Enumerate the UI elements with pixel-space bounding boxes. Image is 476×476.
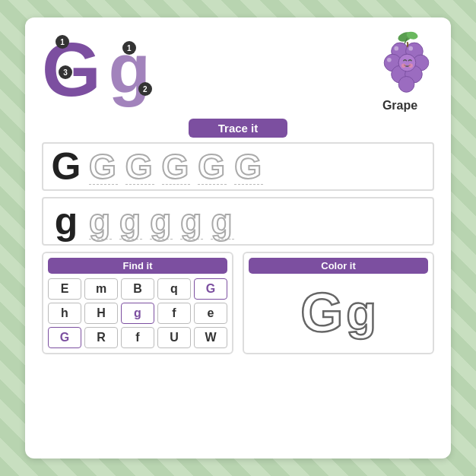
letter-cell-8[interactable]: f [157,303,191,324]
letter-cell-7[interactable]: g [121,303,154,324]
svg-point-12 [408,46,413,51]
trace-dot-g3[interactable]: g [150,204,173,240]
worksheet: G 1 3 g 1 2 [25,17,451,459]
fruit-label: Grape [382,99,417,113]
letters-area: G 1 3 g 1 2 [42,31,151,107]
letter-cell-3[interactable]: q [157,278,191,300]
letter-cell-10[interactable]: G [48,327,81,348]
small-letter-wrapper: g 1 2 [109,35,151,103]
trace-dot-g4[interactable]: g [180,204,203,240]
svg-point-11 [394,46,398,51]
trace-dot-g1[interactable]: g [89,204,112,240]
letter-cell-13[interactable]: U [157,327,191,348]
letter-cell-0[interactable]: E [48,278,81,300]
trace-dotted-lowercase: g g g g g [89,204,427,240]
letter-cell-4[interactable]: G [194,278,227,300]
letter-grid: EmBqGhHgfeGRfUW [48,278,227,348]
outline-letters: G g [300,285,376,340]
svg-point-13 [387,58,392,62]
trace-solid-g: g [49,202,83,240]
color-it-banner: Color it [249,258,428,274]
letter-cell-6[interactable]: H [84,303,118,324]
letter-cell-12[interactable]: f [121,327,154,348]
svg-point-15 [398,54,416,71]
bottom-section: Find it EmBqGhHgfeGRfUW Color it G g [42,252,434,354]
badge-1: 1 [56,35,69,49]
trace-dot-g5[interactable]: g [211,204,233,240]
letter-cell-11[interactable]: R [84,327,118,348]
svg-point-10 [398,77,414,93]
trace-row-uppercase: G G G G G G [42,142,434,191]
grape-area: Grape [366,31,434,113]
letter-cell-5[interactable]: h [48,303,81,324]
trace-row-lowercase: g g g g g g [42,197,434,246]
big-letter-wrapper: G 1 3 [42,31,101,107]
trace-dot-G5[interactable]: G [234,149,263,185]
trace-dot-g2[interactable]: g [119,204,142,240]
trace-dot-G4[interactable]: G [198,149,227,185]
letter-cell-9[interactable]: e [194,303,227,324]
find-it-box: Find it EmBqGhHgfeGRfUW [42,252,233,354]
top-section: G 1 3 g 1 2 [42,31,434,113]
trace-solid-G: G [49,148,83,186]
badge-g2: 2 [138,82,152,96]
letter-cell-2[interactable]: B [121,278,154,300]
letter-cell-14[interactable]: W [194,327,227,348]
color-it-box: Color it G g [243,252,434,354]
grape-illustration [366,31,434,96]
trace-it-banner: Trace it [189,119,287,138]
find-it-banner: Find it [48,258,227,274]
svg-point-17 [408,64,413,68]
badge-3: 3 [59,65,72,79]
color-it-content: G g [249,278,428,346]
trace-dot-G2[interactable]: G [125,149,154,185]
badge-g1: 1 [122,41,136,55]
trace-dot-G3[interactable]: G [162,149,191,185]
trace-dotted-uppercase: G G G G G [89,149,427,185]
trace-dot-G1[interactable]: G [89,149,118,185]
outline-letter-G[interactable]: G [300,285,343,340]
svg-point-16 [401,64,406,68]
letter-cell-1[interactable]: m [84,278,118,300]
outline-letter-g[interactable]: g [346,287,376,337]
